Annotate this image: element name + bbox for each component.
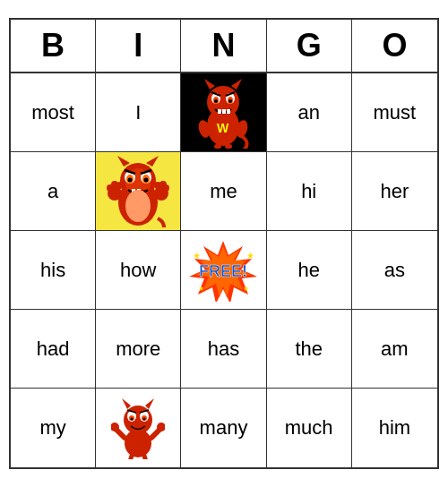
svg-text:★: ★ <box>243 285 249 293</box>
cell-text: much <box>285 416 333 440</box>
cell-r2c4: hi <box>267 152 352 231</box>
svg-rect-13 <box>222 109 226 114</box>
cell-r2c5: her <box>352 152 437 231</box>
cell-text: an <box>297 101 319 124</box>
cell-r5c2 <box>96 389 181 467</box>
svg-text:W: W <box>217 121 229 135</box>
cell-text: his <box>40 259 65 282</box>
cell-r5c5: him <box>352 389 437 467</box>
svg-rect-12 <box>218 109 221 114</box>
cell-text: many <box>200 416 248 440</box>
header-g: G <box>267 20 352 72</box>
cell-text: am <box>381 337 409 361</box>
cell-text: I <box>135 101 141 124</box>
cell-text: must <box>374 101 417 124</box>
cell-r1c2: I <box>96 73 181 152</box>
cell-r4c2: more <box>96 310 181 389</box>
svg-point-44 <box>162 184 169 192</box>
svg-point-9 <box>228 99 232 103</box>
cell-r1c1: most <box>11 73 96 152</box>
cell-r4c3: has <box>181 310 266 389</box>
cell-r4c5: am <box>352 310 437 389</box>
svg-text:★: ★ <box>193 251 201 261</box>
free-burst-icon: FREE! ★ ★ ★ ★ <box>185 239 262 302</box>
svg-marker-56 <box>145 398 154 409</box>
devil-round-icon <box>106 156 170 227</box>
cell-text: how <box>120 259 156 282</box>
svg-line-69 <box>129 456 132 459</box>
header-n: N <box>181 20 266 72</box>
cell-r2c3: me <box>181 152 266 231</box>
cell-r3c2: how <box>96 231 181 310</box>
cell-text: he <box>297 259 319 282</box>
svg-line-70 <box>144 456 147 459</box>
svg-marker-55 <box>122 398 131 409</box>
bingo-grid: most I <box>11 73 437 467</box>
svg-text:★: ★ <box>246 251 254 261</box>
svg-rect-14 <box>227 109 230 114</box>
cell-text: more <box>116 337 160 361</box>
bingo-header: B I N G O <box>11 20 437 73</box>
svg-point-30 <box>128 177 133 182</box>
cell-r3c4: he <box>267 231 352 310</box>
svg-marker-23 <box>117 156 130 167</box>
cell-r3c3-free: FREE! ★ ★ ★ ★ <box>181 231 266 310</box>
cell-r4c4: the <box>267 310 352 389</box>
svg-rect-16 <box>214 144 221 149</box>
svg-point-36 <box>125 190 151 222</box>
cell-text: my <box>39 416 65 440</box>
svg-point-31 <box>144 177 149 182</box>
bingo-card: B I N G O most I <box>9 18 439 469</box>
cell-r3c5: as <box>352 231 437 310</box>
cell-r1c3: W <box>181 73 266 152</box>
svg-point-8 <box>214 99 218 103</box>
cell-text: the <box>295 337 323 361</box>
cell-text: most <box>31 101 74 124</box>
svg-text:FREE!: FREE! <box>199 262 247 280</box>
svg-marker-24 <box>146 156 159 167</box>
cell-text: me <box>210 180 237 203</box>
cell-r5c1: my <box>11 389 96 467</box>
svg-point-62 <box>143 418 146 421</box>
cell-text: has <box>208 337 239 361</box>
cell-r4c1: had <box>11 310 96 389</box>
cell-r5c3: many <box>181 389 266 467</box>
cell-text: as <box>384 259 405 282</box>
cell-r2c1: a <box>11 152 96 231</box>
header-o: O <box>352 20 437 72</box>
devil-small-icon <box>111 397 165 459</box>
header-b: B <box>11 20 96 72</box>
cell-r1c4: an <box>267 73 352 152</box>
cell-text: a <box>47 180 58 203</box>
svg-text:★: ★ <box>198 285 204 293</box>
cell-r5c4: much <box>267 389 352 467</box>
cell-text: her <box>380 180 409 203</box>
devil-standing-icon: W <box>192 77 254 149</box>
svg-marker-3 <box>231 79 242 90</box>
svg-rect-17 <box>225 144 232 149</box>
cell-text: had <box>37 337 70 361</box>
svg-marker-2 <box>204 79 215 90</box>
cell-r3c1: his <box>11 231 96 310</box>
cell-text: hi <box>301 180 316 203</box>
svg-point-41 <box>116 182 124 189</box>
cell-text: him <box>379 416 410 440</box>
header-i: I <box>96 20 181 72</box>
svg-point-61 <box>131 418 134 421</box>
cell-r1c5: must <box>352 73 437 152</box>
cell-r2c2 <box>96 152 181 231</box>
